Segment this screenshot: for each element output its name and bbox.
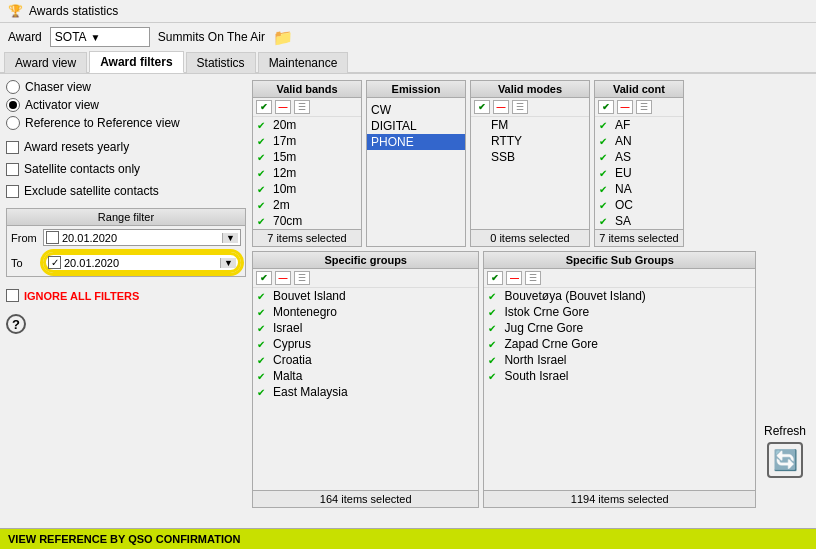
list-item[interactable]: ✔Bouvet Island	[253, 288, 478, 304]
emission-list[interactable]: CW DIGITAL PHONE	[367, 98, 465, 246]
groups-options-btn[interactable]: ☰	[294, 271, 310, 285]
radio-chaser[interactable]: Chaser view	[6, 80, 246, 94]
valid-modes-list[interactable]: ✔FM ✔RTTY ✔SSB	[471, 117, 589, 229]
modes-options-btn[interactable]: ☰	[512, 100, 528, 114]
radio-ref-to-ref[interactable]: Reference to Reference view	[6, 116, 246, 130]
checkbox-satellite-only[interactable]: Satellite contacts only	[6, 162, 246, 176]
list-item[interactable]: ✔SSB	[471, 149, 589, 165]
list-item[interactable]: ✔AS	[595, 149, 683, 165]
checkbox-exclude-satellite-label: Exclude satellite contacts	[24, 184, 159, 198]
radio-activator-label: Activator view	[25, 98, 99, 112]
cont-select-all-btn[interactable]: ✔	[598, 100, 614, 114]
list-item[interactable]: ✔Cyprus	[253, 336, 478, 352]
list-item[interactable]: ✔Malta	[253, 368, 478, 384]
valid-modes-toolbar: ✔ — ☰	[471, 98, 589, 117]
to-label: To	[11, 257, 39, 269]
list-item[interactable]: ✔NA	[595, 181, 683, 197]
list-item[interactable]: ✔Istok Crne Gore	[484, 304, 755, 320]
to-date-value: 20.01.2020	[61, 257, 220, 269]
bands-select-all-btn[interactable]: ✔	[256, 100, 272, 114]
list-item[interactable]: ✔East Malaysia	[253, 384, 478, 400]
range-filter-group: Range filter From 20.01.2020 ▼ To 20.01.…	[6, 208, 246, 277]
from-label: From	[11, 232, 39, 244]
list-item[interactable]: ✔Israel	[253, 320, 478, 336]
list-item[interactable]: ✔Jug Crne Gore	[484, 320, 755, 336]
specific-subgroups-list[interactable]: ✔Bouvetøya (Bouvet Island) ✔Istok Crne G…	[484, 288, 755, 480]
cont-deselect-btn[interactable]: —	[617, 100, 633, 114]
subgroups-deselect-btn[interactable]: —	[506, 271, 522, 285]
subgroups-options-btn[interactable]: ☰	[525, 271, 541, 285]
list-item[interactable]: ✔EU	[595, 165, 683, 181]
valid-cont-toolbar: ✔ — ☰	[595, 98, 683, 117]
ignore-filters-box[interactable]	[6, 289, 19, 302]
list-item[interactable]: ✔AN	[595, 133, 683, 149]
list-item[interactable]: PHONE	[367, 134, 465, 150]
checkbox-award-resets[interactable]: Award resets yearly	[6, 140, 246, 154]
list-item[interactable]: ✔North Israel	[484, 352, 755, 368]
list-item[interactable]: ✔70cm	[253, 213, 361, 229]
groups-deselect-btn[interactable]: —	[275, 271, 291, 285]
modes-deselect-btn[interactable]: —	[493, 100, 509, 114]
award-dropdown[interactable]: SOTA ▼	[50, 27, 150, 47]
list-item[interactable]: ✔Bouvetøya (Bouvet Island)	[484, 288, 755, 304]
tab-award-filters[interactable]: Award filters	[89, 51, 183, 73]
specific-subgroups-toolbar: ✔ — ☰	[484, 269, 755, 288]
list-item[interactable]: ✔17m	[253, 133, 361, 149]
to-date-btn[interactable]: ▼	[220, 258, 236, 268]
range-filter-title: Range filter	[7, 209, 245, 226]
tab-bar: Award view Award filters Statistics Main…	[0, 51, 816, 74]
list-item[interactable]: ✔South Israel	[484, 368, 755, 384]
checkbox-exclude-satellite[interactable]: Exclude satellite contacts	[6, 184, 246, 198]
to-date-checkbox[interactable]	[48, 256, 61, 269]
subgroups-select-all-btn[interactable]: ✔	[487, 271, 503, 285]
list-item[interactable]: ✔15m	[253, 149, 361, 165]
valid-bands-count: 7 items selected	[253, 229, 361, 246]
subgroups-hscroll[interactable]	[484, 480, 755, 490]
list-item[interactable]: ✔12m	[253, 165, 361, 181]
list-item[interactable]: ✔2m	[253, 197, 361, 213]
list-item[interactable]: ✔OC	[595, 197, 683, 213]
list-item[interactable]: ✔Montenegro	[253, 304, 478, 320]
list-item[interactable]: DIGITAL	[367, 118, 465, 134]
tab-statistics[interactable]: Statistics	[186, 52, 256, 73]
tab-maintenance[interactable]: Maintenance	[258, 52, 349, 73]
valid-bands-title: Valid bands	[253, 81, 361, 98]
to-date-input[interactable]: 20.01.2020 ▼	[43, 252, 241, 273]
list-item[interactable]: CW	[367, 102, 465, 118]
from-date-input[interactable]: 20.01.2020 ▼	[43, 229, 241, 246]
list-item[interactable]: ✔20m	[253, 117, 361, 133]
specific-groups-panel: Specific groups ✔ — ☰ ✔Bouvet Island ✔Mo…	[252, 251, 479, 508]
groups-select-all-btn[interactable]: ✔	[256, 271, 272, 285]
emission-panel: Emission CW DIGITAL PHONE	[366, 80, 466, 247]
bands-options-btn[interactable]: ☰	[294, 100, 310, 114]
help-icon[interactable]: ?	[6, 314, 26, 334]
emission-title: Emission	[367, 81, 465, 98]
checkbox-satellite-only-label: Satellite contacts only	[24, 162, 140, 176]
tab-award-view[interactable]: Award view	[4, 52, 87, 73]
from-date-btn[interactable]: ▼	[222, 233, 238, 243]
valid-bands-list[interactable]: ✔20m ✔17m ✔15m ✔12m ✔10m ✔2m ✔70cm	[253, 117, 361, 229]
modes-select-all-btn[interactable]: ✔	[474, 100, 490, 114]
radio-activator[interactable]: Activator view	[6, 98, 246, 112]
list-item[interactable]: ✔Zapad Crne Gore	[484, 336, 755, 352]
radio-activator-circle	[6, 98, 20, 112]
specific-subgroups-count: 1194 items selected	[484, 490, 755, 507]
list-item[interactable]: ✔FM	[471, 117, 589, 133]
valid-cont-list[interactable]: ✔AF ✔AN ✔AS ✔EU ✔NA ✔OC ✔SA	[595, 117, 683, 229]
valid-cont-panel: Valid cont ✔ — ☰ ✔AF ✔AN ✔AS ✔EU ✔NA ✔OC…	[594, 80, 684, 247]
main-content: Chaser view Activator view Reference to …	[0, 74, 816, 514]
range-from-row: From 20.01.2020 ▼	[7, 226, 245, 249]
list-item[interactable]: ✔AF	[595, 117, 683, 133]
specific-groups-list[interactable]: ✔Bouvet Island ✔Montenegro ✔Israel ✔Cypr…	[253, 288, 478, 490]
bands-deselect-btn[interactable]: —	[275, 100, 291, 114]
valid-modes-panel: Valid modes ✔ — ☰ ✔FM ✔RTTY ✔SSB 0 items…	[470, 80, 590, 247]
list-item[interactable]: ✔RTTY	[471, 133, 589, 149]
cont-options-btn[interactable]: ☰	[636, 100, 652, 114]
list-item[interactable]: ✔Croatia	[253, 352, 478, 368]
ignore-filters-checkbox[interactable]: IGNORE ALL FILTERS	[6, 289, 246, 302]
list-item[interactable]: ✔10m	[253, 181, 361, 197]
folder-icon[interactable]: 📁	[273, 28, 293, 47]
refresh-button[interactable]: 🔄	[767, 442, 803, 478]
from-date-checkbox[interactable]	[46, 231, 59, 244]
list-item[interactable]: ✔SA	[595, 213, 683, 229]
